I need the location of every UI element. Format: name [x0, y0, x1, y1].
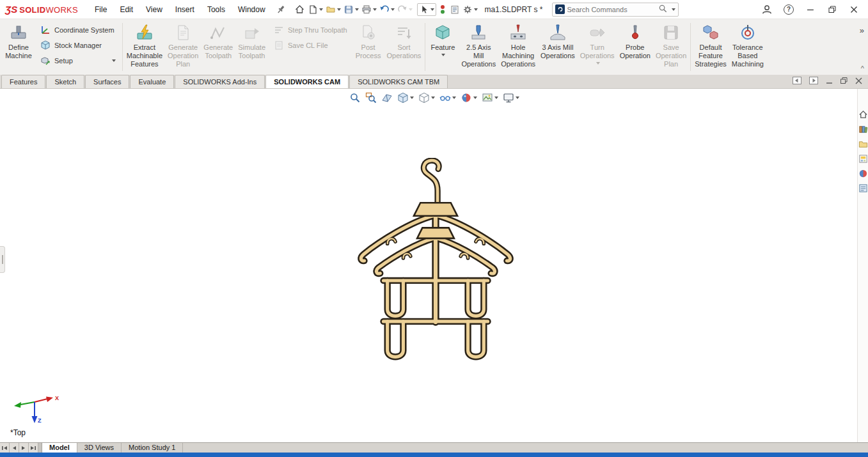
print-button[interactable] [361, 3, 377, 16]
hanger-model[interactable] [353, 158, 518, 364]
hide-show-items-icon[interactable] [438, 91, 457, 104]
new-dropdown-icon[interactable] [319, 8, 323, 11]
tab-evaluate[interactable]: Evaluate [130, 75, 174, 88]
options-dropdown-icon[interactable] [474, 8, 478, 11]
setup-button[interactable]: Setup [37, 54, 118, 67]
titlebar: ƷS SOLID WORKS File Edit View Insert Too… [0, 0, 868, 19]
next-tab-button[interactable] [19, 443, 29, 453]
zoom-area-icon[interactable] [364, 91, 378, 104]
custom-properties-icon[interactable] [858, 183, 868, 193]
section-view-icon[interactable] [380, 91, 394, 104]
view-settings-icon[interactable] [501, 91, 521, 104]
display-style-dropdown-icon[interactable] [431, 97, 435, 99]
view-orientation-icon[interactable] [396, 91, 415, 104]
close-button[interactable] [845, 2, 863, 17]
apply-scene-icon[interactable] [480, 91, 500, 104]
menu-edit[interactable]: Edit [113, 3, 139, 17]
menu-view[interactable]: View [139, 3, 169, 17]
search-box[interactable] [552, 3, 679, 17]
tab-features[interactable]: Features [1, 75, 45, 88]
save-dropdown-icon[interactable] [355, 8, 359, 11]
ribbon-overflow-chevron[interactable]: » [860, 26, 864, 35]
tab-solidworks-cam-tbm[interactable]: SOLIDWORKS CAM TBM [349, 75, 448, 88]
coordinate-system-button[interactable]: Coordinate System [37, 23, 118, 36]
first-tab-button[interactable] [0, 443, 10, 453]
clipboard-button[interactable] [449, 3, 461, 16]
tab-sketch[interactable]: Sketch [46, 75, 84, 88]
feature-dropdown-icon[interactable] [441, 54, 445, 56]
motion-study-tab[interactable]: Motion Study 1 [122, 443, 183, 453]
ribbon-collapse-chevron[interactable]: ^ [861, 65, 864, 72]
view-palette-icon[interactable] [858, 153, 868, 164]
last-tab-button[interactable] [29, 443, 38, 453]
display-style-icon[interactable] [417, 91, 436, 104]
help-button[interactable]: ? [780, 2, 798, 17]
file-explorer-icon[interactable] [858, 139, 868, 149]
user-account-button[interactable] [758, 2, 776, 17]
edit-appearance-icon[interactable] [459, 91, 478, 104]
graphics-area[interactable]: X Z *Top [0, 89, 868, 442]
document-minimize-icon[interactable] [825, 77, 833, 86]
expand-pane-right-icon[interactable] [809, 76, 819, 86]
probe-operation-button[interactable]: Probe Operation [617, 20, 653, 74]
menu-insert[interactable]: Insert [169, 3, 201, 17]
select-dropdown-icon[interactable] [430, 8, 434, 11]
view-orientation-dropdown-icon[interactable] [410, 97, 414, 99]
restore-button[interactable] [823, 2, 841, 17]
undo-button[interactable] [379, 3, 395, 16]
apply-scene-dropdown-icon[interactable] [494, 97, 498, 99]
extract-machinable-features-button[interactable]: Extract Machinable Features [124, 20, 165, 74]
default-feature-strategies-button[interactable]: Default Feature Strategies [692, 20, 729, 74]
generate-toolpath-icon [210, 23, 226, 42]
generate-toolpath-button: Generate Toolpath [201, 20, 235, 74]
collapse-pane-left-icon[interactable] [792, 76, 802, 86]
hole-machining-button[interactable]: Hole Machining Operations [498, 20, 538, 74]
featuremanager-collapse-handle[interactable] [0, 246, 5, 273]
simulate-toolpath-icon [244, 23, 260, 42]
tab-solidworks-cam[interactable]: SOLIDWORKS CAM [265, 75, 349, 88]
hide-show-dropdown-icon[interactable] [452, 97, 456, 99]
view-settings-dropdown-icon[interactable] [516, 97, 519, 99]
document-title: ma1.SLDPRT s * [485, 5, 543, 14]
search-dropdown-icon[interactable] [672, 8, 675, 11]
print-dropdown-icon[interactable] [373, 8, 377, 11]
status-stoplight-icon[interactable] [438, 3, 448, 16]
document-restore-icon[interactable] [840, 77, 848, 86]
define-machine-button[interactable]: Define Machine [3, 20, 35, 74]
menu-file[interactable]: File [88, 3, 113, 17]
select-tool-button[interactable] [417, 3, 436, 16]
zoom-fit-icon[interactable] [348, 91, 362, 104]
mill-25-axis-button[interactable]: 2.5 Axis Mill Operations [459, 20, 498, 74]
undo-dropdown-icon[interactable] [391, 8, 395, 11]
search-input[interactable] [567, 6, 656, 13]
document-close-icon[interactable] [855, 77, 863, 86]
simulate-toolpath-button: Simulate Toolpath [235, 20, 268, 74]
menu-window[interactable]: Window [232, 3, 272, 17]
minimize-button[interactable] [801, 2, 819, 17]
setup-dropdown-icon[interactable] [112, 59, 116, 62]
stock-manager-button[interactable]: Stock Manager [37, 38, 118, 52]
pin-menu-icon[interactable] [276, 4, 286, 15]
open-dropdown-icon[interactable] [337, 8, 341, 11]
menu-tools[interactable]: Tools [201, 3, 232, 17]
mill-3-axis-button[interactable]: 3 Axis Mill Operations [538, 20, 578, 74]
tab-surfaces[interactable]: Surfaces [85, 75, 129, 88]
tolerance-based-machining-button[interactable]: Tolerance Based Machining [729, 20, 766, 74]
bottom-tab-bar: Model 3D Views Motion Study 1 [0, 442, 868, 453]
edit-appearance-dropdown-icon[interactable] [473, 97, 477, 99]
model-tab[interactable]: Model [42, 443, 77, 453]
tab-solidworks-addins[interactable]: SOLIDWORKS Add-Ins [175, 75, 265, 88]
new-document-button[interactable] [307, 3, 324, 16]
previous-tab-button[interactable] [10, 443, 19, 453]
taskpane-resources-icon[interactable] [858, 109, 868, 120]
search-magnifier-icon[interactable] [658, 4, 668, 15]
design-library-icon[interactable] [858, 124, 868, 134]
brand-bold: SOLID [19, 5, 45, 15]
3d-views-tab[interactable]: 3D Views [77, 443, 122, 453]
open-button[interactable] [325, 3, 342, 16]
options-gear-button[interactable] [462, 3, 478, 16]
save-button[interactable] [343, 3, 359, 16]
home-button[interactable] [294, 3, 306, 16]
appearances-scenes-icon[interactable] [858, 168, 868, 178]
feature-button[interactable]: Feature [427, 20, 459, 74]
